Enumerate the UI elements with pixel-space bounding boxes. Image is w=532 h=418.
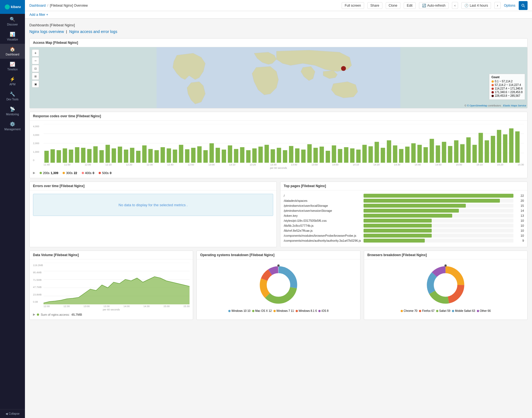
response-codes-chart — [44, 124, 524, 163]
os-dot-win10 — [228, 310, 231, 312]
data-volume-svg — [44, 263, 190, 304]
sidebar-item-timelion[interactable]: 📈 Timelion — [0, 59, 25, 74]
svg-rect-58 — [332, 146, 336, 163]
time-prev-button[interactable]: ‹ — [452, 2, 458, 9]
svg-point-101 — [267, 273, 290, 297]
top-pages-count-9: 9 — [516, 239, 524, 242]
top-pages-count-3: 14 — [516, 209, 524, 212]
svg-rect-26 — [136, 151, 140, 163]
top-pages-bar-container-5 — [364, 219, 513, 223]
x-label-1340: 13:40 — [291, 163, 297, 166]
map-zoom-out-button[interactable]: − — [32, 57, 39, 64]
summary-arrow[interactable]: ▶ — [33, 313, 35, 316]
legend-value-300: 22 — [74, 171, 77, 175]
svg-rect-48 — [271, 149, 275, 163]
sidebar-item-apm[interactable]: ⚡ APM — [0, 74, 25, 89]
bottom-row: Data Volume [Filebeat Nginx] 119.2MB 95.… — [29, 251, 528, 323]
browser-dot-chrome — [401, 310, 403, 312]
svg-rect-18 — [87, 149, 92, 163]
top-pages-row-6: /lib/lib.2c8cc57774b.js 10 — [284, 224, 524, 228]
dv-y5: 0.08 — [33, 300, 43, 303]
dv-x-1230: 12:30 — [63, 305, 70, 308]
legend-label-500: 500s — [102, 171, 109, 175]
legend-500s: 500s 0 — [99, 171, 111, 175]
sidebar-item-monitoring[interactable]: 📡 Monitoring — [0, 104, 25, 119]
nav-link-access-error-logs[interactable]: Nginx access and error logs — [69, 29, 117, 34]
errors-toppages-row: Errors over time [Filebeat Nginx] No dat… — [29, 182, 528, 251]
os-val-win81: 6 — [315, 309, 317, 312]
fullscreen-button[interactable]: Full screen — [342, 2, 364, 9]
svg-rect-24 — [124, 150, 128, 163]
top-pages-row-7: /lib/ref.8e52e7ffcae.js 10 — [284, 229, 524, 233]
svg-rect-22 — [112, 148, 116, 163]
os-dot-win81 — [296, 310, 298, 312]
kibana-logo[interactable]: kibana — [0, 0, 25, 14]
time-range-button[interactable]: 🕐 Last 4 hours — [461, 2, 491, 9]
response-codes-y-labels: 4,000 3,000 2,000 1,000 0 — [33, 124, 43, 163]
os-breakdown-title: Operating systems breakdown [Filebeat Ng… — [197, 251, 360, 259]
map-layer-button[interactable]: ⊞ — [32, 73, 39, 80]
autorefresh-button[interactable]: 🔄 Auto-refresh — [419, 2, 449, 9]
browsers-donut-container: Chrome 70 Firefox 67 Safari — [367, 263, 524, 312]
topbar-actions: Full screen Share Clone Edit 🔄 Auto-refr… — [342, 1, 528, 10]
search-button[interactable] — [519, 1, 528, 10]
svg-rect-66 — [381, 148, 385, 163]
browsers-breakdown-title: Browsers breakdown [Filebeat Nginx] — [364, 251, 527, 259]
clone-button[interactable]: Clone — [386, 2, 400, 9]
sidebar-item-apm-label: APM — [9, 83, 16, 86]
map-fit-button[interactable]: ⊡ — [32, 65, 39, 72]
map-attr-osm[interactable]: © OpenStreetMap — [467, 104, 487, 107]
nav-link-logs-overview[interactable]: Nginx logs overview — [29, 29, 64, 34]
svg-rect-56 — [319, 147, 324, 163]
legend-expand-arrow[interactable]: ▶ — [33, 171, 35, 175]
data-volume-chart — [44, 263, 190, 304]
sidebar-item-discover-label: Discover — [7, 23, 18, 26]
breadcrumb-home[interactable]: Dashboard — [29, 4, 46, 7]
map-draw-button[interactable]: ▣ — [32, 80, 39, 88]
os-breakdown-panel: Operating systems breakdown [Filebeat Ng… — [196, 251, 360, 320]
sidebar-item-management[interactable]: ⚙️ Management — [0, 119, 25, 134]
svg-rect-60 — [344, 147, 349, 163]
dv-x-1500: 15:00 — [163, 305, 170, 308]
sidebar-item-visualize[interactable]: 📊 Visualize — [0, 29, 25, 44]
top-pages-count-5: 10 — [516, 219, 524, 222]
svg-rect-27 — [142, 146, 147, 163]
time-next-button[interactable]: › — [494, 2, 500, 9]
summary-dot — [37, 314, 39, 316]
sidebar-item-dashboard[interactable]: 🏠 Dashboard — [0, 44, 25, 59]
map-zoom-in-button[interactable]: + — [32, 49, 39, 57]
legend-label-400: 400s — [85, 171, 92, 175]
top-pages-label-9: /components/modules/authority/authority.… — [284, 239, 361, 242]
browser-dot-other — [477, 310, 479, 312]
errors-panel: Errors over time [Filebeat Nginx] No dat… — [29, 182, 277, 247]
svg-rect-42 — [234, 149, 238, 163]
edit-button[interactable]: Edit — [404, 2, 416, 9]
dv-y3: 47.7MB — [33, 286, 43, 289]
sidebar-item-devtools[interactable]: 🔧 Dev Tools — [0, 89, 25, 104]
access-map-panel: Access Map [Filebeat Nginx] — [29, 38, 528, 108]
add-filter-btn[interactable]: Add a filter + — [29, 13, 528, 17]
browsers-donut-svg — [423, 263, 468, 307]
svg-rect-80 — [466, 137, 471, 163]
map-attr-elastic[interactable]: Elastic Maps Service — [503, 104, 526, 107]
top-pages-label-6: /lib/lib.2c8cc57774b.js — [284, 224, 361, 227]
svg-point-102 — [277, 264, 280, 267]
x-label-1310: 13:10 — [229, 163, 236, 166]
svg-rect-50 — [283, 150, 287, 163]
sidebar-collapse-btn[interactable]: ◀ Collapse — [0, 409, 25, 418]
map-container[interactable]: + − ⊡ ⊞ ▣ Count 0.1 ~ 57,114.2 — [30, 47, 527, 108]
x-label-1240: 12:40 — [167, 163, 173, 166]
share-button[interactable]: Share — [367, 2, 382, 9]
svg-rect-33 — [179, 145, 183, 163]
svg-rect-84 — [491, 136, 495, 163]
browser-dot-safari — [436, 310, 438, 312]
options-button[interactable]: Options — [504, 4, 515, 7]
data-volume-summary: ▶ Sum of nginx.access: 45.7MB — [33, 313, 190, 316]
top-pages-count-0: 22 — [516, 194, 524, 197]
x-label-1420: 14:20 — [374, 163, 380, 166]
top-pages-bar-9 — [364, 239, 425, 243]
svg-rect-35 — [191, 148, 196, 163]
sidebar-item-discover[interactable]: 🔍 Discover — [0, 14, 25, 29]
svg-rect-67 — [387, 140, 391, 163]
svg-rect-44 — [246, 150, 250, 163]
